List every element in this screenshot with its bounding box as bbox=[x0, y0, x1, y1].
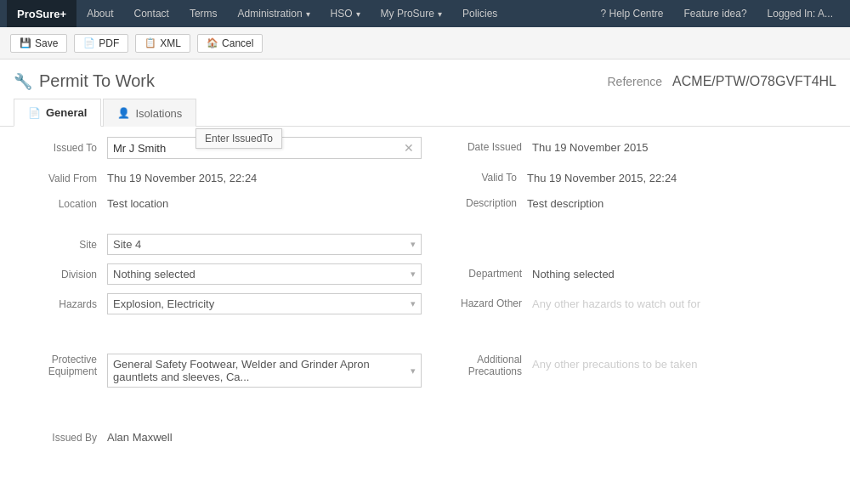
division-select[interactable]: Nothing selected ▾ bbox=[107, 263, 422, 285]
location-value: Test location bbox=[107, 193, 168, 210]
valid-from-value: Thu 19 November 2015, 22:24 bbox=[107, 167, 257, 184]
col-left-issued-by: Issued By Alan Maxwell bbox=[14, 427, 416, 452]
toolbar: 💾 Save 📄 PDF 📋 XML 🏠 Cancel bbox=[0, 27, 850, 59]
hazard-other-label: Hazard Other bbox=[439, 293, 532, 309]
top-navigation: ProSure+ About Contact Terms Administrat… bbox=[0, 0, 850, 27]
row-location: Location Test location Description Test … bbox=[14, 193, 836, 218]
row-site: Site Site 4 ▾ bbox=[14, 234, 836, 263]
chevron-down-icon: ▾ bbox=[411, 269, 416, 280]
issued-by-value: Alan Maxwell bbox=[107, 427, 173, 444]
site-label: Site bbox=[14, 234, 107, 251]
tab-general[interactable]: 📄 General bbox=[14, 99, 101, 127]
feature-idea-link[interactable]: Feature idea? bbox=[674, 0, 757, 27]
protective-equipment-control: General Safety Footwear, Welder and Grin… bbox=[107, 354, 422, 388]
additional-precautions-label: Additional Precautions bbox=[439, 354, 532, 377]
hazards-row: Hazards Explosion, Electricity ▾ bbox=[14, 293, 422, 314]
division-row: Division Nothing selected ▾ bbox=[14, 263, 422, 285]
page-header: 🔧 Permit To Work Reference ACME/PTW/O78G… bbox=[0, 59, 850, 98]
protective-equipment-value: General Safety Footwear, Welder and Grin… bbox=[113, 358, 411, 383]
wrench-icon: 🔧 bbox=[14, 72, 32, 91]
reference-block: Reference ACME/PTW/O78GVFT4HL bbox=[607, 74, 836, 89]
nav-administration[interactable]: Administration ▾ bbox=[228, 0, 320, 27]
date-issued-row: Date Issued Thu 19 November 2015 bbox=[439, 137, 836, 154]
row-protective: Protective Equipment General Safety Foot… bbox=[14, 354, 836, 396]
xml-icon: 📋 bbox=[144, 37, 156, 48]
hazard-other-row: Hazard Other Any other hazards to watch … bbox=[439, 293, 836, 310]
division-control: Nothing selected ▾ bbox=[107, 263, 422, 285]
date-issued-value: Thu 19 November 2015 bbox=[532, 137, 702, 154]
save-icon: 💾 bbox=[20, 37, 31, 48]
division-value: Nothing selected bbox=[113, 268, 411, 280]
hazards-select[interactable]: Explosion, Electricity ▾ bbox=[107, 293, 422, 314]
logged-in-label: Logged In: A... bbox=[757, 0, 843, 27]
user-icon: 👤 bbox=[117, 107, 130, 119]
file-icon: 📄 bbox=[28, 107, 41, 119]
division-label: Division bbox=[14, 263, 107, 280]
col-left-division: Division Nothing selected ▾ bbox=[14, 263, 422, 293]
hazards-label: Hazards bbox=[14, 293, 107, 310]
issued-to-label: Issued To bbox=[14, 137, 107, 154]
description-label: Description bbox=[434, 193, 527, 209]
cancel-icon: 🏠 bbox=[207, 37, 218, 48]
date-issued-label: Date Issued bbox=[439, 137, 532, 153]
xml-button[interactable]: 📋 XML bbox=[135, 34, 190, 53]
right-nav: ? Help Centre Feature idea? Logged In: A… bbox=[590, 0, 843, 27]
site-control: Site 4 ▾ bbox=[107, 234, 422, 255]
help-centre-link[interactable]: ? Help Centre bbox=[590, 0, 673, 27]
chevron-down-icon: ▾ bbox=[306, 9, 310, 19]
tooltip-enter-issuedto: Enter IssuedTo bbox=[196, 128, 282, 149]
col-right-site bbox=[422, 234, 836, 263]
pdf-icon: 📄 bbox=[83, 37, 95, 48]
col-left-hazards: Hazards Explosion, Electricity ▾ bbox=[14, 293, 422, 323]
additional-precautions-row: Additional Precautions Any other precaut… bbox=[439, 354, 836, 377]
brand-logo[interactable]: ProSure+ bbox=[7, 0, 76, 27]
col-right-issued-by bbox=[416, 427, 836, 452]
col-right-protective: Additional Precautions Any other precaut… bbox=[422, 354, 836, 396]
nav-policies[interactable]: Policies bbox=[452, 0, 507, 27]
row-division: Division Nothing selected ▾ Department N… bbox=[14, 263, 836, 293]
chevron-down-icon: ▾ bbox=[411, 298, 416, 309]
location-row: Location Test location bbox=[14, 193, 416, 210]
cancel-button[interactable]: 🏠 Cancel bbox=[197, 34, 263, 53]
form-body: Issued To ✕ Date Issued Thu 19 November … bbox=[0, 127, 850, 462]
clear-issued-to-button[interactable]: ✕ bbox=[402, 141, 416, 155]
pdf-button[interactable]: 📄 PDF bbox=[74, 34, 128, 53]
row-issued-by: Issued By Alan Maxwell bbox=[14, 427, 836, 452]
tab-isolations[interactable]: 👤 Isolations bbox=[103, 99, 196, 127]
department-row: Department Nothing selected bbox=[439, 263, 836, 280]
protective-equipment-label: Protective Equipment bbox=[14, 354, 107, 377]
tabs-bar: 📄 General 👤 Isolations Enter IssuedTo bbox=[0, 98, 850, 127]
nav-contact[interactable]: Contact bbox=[124, 0, 179, 27]
col-right-hazards: Hazard Other Any other hazards to watch … bbox=[422, 293, 836, 323]
department-value: Nothing selected bbox=[532, 263, 702, 280]
page-title: 🔧 Permit To Work bbox=[14, 71, 155, 91]
chevron-down-icon: ▾ bbox=[438, 9, 442, 19]
col-left-valid: Valid From Thu 19 November 2015, 22:24 bbox=[14, 167, 416, 193]
col-left-site: Site Site 4 ▾ bbox=[14, 234, 422, 263]
description-value: Test description bbox=[527, 193, 697, 210]
valid-to-value: Thu 19 November 2015, 22:24 bbox=[527, 167, 697, 184]
issued-by-label: Issued By bbox=[14, 427, 107, 444]
row-valid: Valid From Thu 19 November 2015, 22:24 V… bbox=[14, 167, 836, 193]
protective-equipment-row: Protective Equipment General Safety Foot… bbox=[14, 354, 422, 388]
hazard-other-placeholder: Any other hazards to watch out for bbox=[532, 293, 700, 310]
nav-about[interactable]: About bbox=[76, 0, 123, 27]
protective-equipment-select[interactable]: General Safety Footwear, Welder and Grin… bbox=[107, 354, 422, 388]
description-row: Description Test description bbox=[434, 193, 836, 210]
site-row: Site Site 4 ▾ bbox=[14, 234, 422, 255]
row-hazards: Hazards Explosion, Electricity ▾ Hazard … bbox=[14, 293, 836, 323]
site-select[interactable]: Site 4 ▾ bbox=[107, 234, 422, 255]
col-right-division: Department Nothing selected bbox=[422, 263, 836, 293]
nav-myprosure[interactable]: My ProSure ▾ bbox=[371, 0, 452, 27]
col-left-location: Location Test location bbox=[14, 193, 416, 218]
hazards-control: Explosion, Electricity ▾ bbox=[107, 293, 422, 314]
nav-terms[interactable]: Terms bbox=[179, 0, 228, 27]
hazards-value: Explosion, Electricity bbox=[113, 297, 411, 310]
save-button[interactable]: 💾 Save bbox=[10, 34, 67, 53]
chevron-down-icon: ▾ bbox=[356, 9, 360, 19]
col-right-description: Description Test description bbox=[416, 193, 836, 218]
col-left-protective: Protective Equipment General Safety Foot… bbox=[14, 354, 422, 396]
nav-hso[interactable]: HSO ▾ bbox=[320, 0, 371, 27]
chevron-down-icon: ▾ bbox=[411, 365, 416, 377]
chevron-down-icon: ▾ bbox=[411, 239, 416, 250]
